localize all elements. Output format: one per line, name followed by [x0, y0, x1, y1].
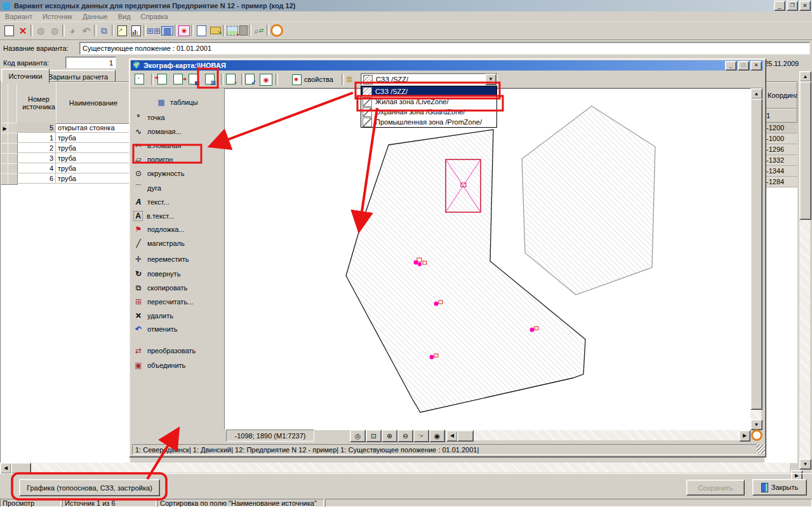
new-button[interactable]	[3, 25, 15, 36]
menu-variant[interactable]: Вариант	[0, 12, 37, 21]
open-folder-icon[interactable]: ↘	[209, 27, 222, 34]
col-header-number[interactable]: Номер источника	[17, 82, 61, 124]
variant-code-input[interactable]: 1	[65, 57, 116, 69]
pan-hand-button[interactable]: ☞	[413, 429, 429, 442]
scroll-thumb[interactable]	[799, 81, 811, 220]
layer-option-guardzone[interactable]: Охранная зона /GuardZone/	[361, 107, 496, 117]
menu-source[interactable]: Источник	[37, 12, 77, 21]
tool-merge[interactable]: ▣ объединить	[133, 359, 221, 372]
table-row[interactable]: 3 труба	[1, 153, 130, 163]
tab-sources[interactable]: Источники	[1, 69, 50, 83]
tool-recalculate[interactable]: ⊞ пересчитать...	[133, 295, 221, 308]
add-picture-icon[interactable]: +	[227, 26, 238, 36]
zoom-in-button[interactable]: ⊕	[382, 429, 397, 442]
table-row[interactable]: ▶ 5 открытая стоянка	[1, 123, 130, 133]
map-close-button[interactable]: ✕	[750, 61, 762, 71]
tool-edit-text[interactable]: A в.текст...	[133, 210, 221, 222]
map-to-table-button[interactable]: ▦	[205, 74, 215, 84]
map-frame-icon[interactable]: ◉	[178, 25, 190, 36]
chart-line-icon[interactable]: ↗	[116, 25, 128, 36]
undo-icon[interactable]: ↶	[80, 26, 93, 36]
refresh-icon[interactable]: ◕	[66, 26, 79, 35]
zoom-search-icon[interactable]: ⌕⇄	[253, 27, 265, 35]
tool-highway[interactable]: ╱ магистраль	[133, 237, 221, 250]
table-row[interactable]: 2 труба	[1, 143, 130, 153]
tool-polygon[interactable]: ▱ полигон	[133, 153, 221, 166]
exit-door-icon[interactable]	[239, 25, 248, 36]
tool-point[interactable]: ° точка	[133, 111, 221, 124]
map-import-button[interactable]: ➔	[157, 74, 167, 84]
close-window-button[interactable]: Закрыть	[752, 479, 807, 496]
copy-icon[interactable]: ⧉	[98, 26, 110, 35]
tool-move[interactable]: ✛ переместить	[133, 253, 221, 266]
scroll-left-button[interactable]: ◀	[0, 463, 11, 474]
layers-icon[interactable]: ≣	[346, 75, 353, 83]
main-hscrollbar[interactable]: ◀	[0, 463, 790, 473]
map-title-bar[interactable]: 🌍 Экограф-карта:\\НОВАЯ _ □ ✕	[131, 60, 763, 71]
record-first-icon[interactable]: ◍	[34, 26, 47, 35]
record-next-icon[interactable]: ◍	[48, 26, 61, 35]
map-check-button[interactable]: ✓	[245, 74, 255, 84]
map-scroll-left[interactable]: ◀	[446, 430, 458, 442]
map-help-ring-button[interactable]	[751, 429, 762, 441]
map-properties-button[interactable]: ◉ свойства	[290, 73, 336, 86]
map-resize-grip[interactable]	[757, 445, 765, 454]
map-target-button[interactable]: ◉	[260, 74, 272, 86]
restore-button[interactable]: ❐	[787, 1, 798, 11]
tool-text[interactable]: A текст...	[133, 196, 221, 208]
map-canvas[interactable]	[224, 88, 752, 430]
map-hscrollbar[interactable]: ◀ ▶	[446, 430, 750, 440]
tool-circle[interactable]: ⊙ окружность	[133, 167, 221, 180]
layer-option-szz[interactable]: СЗЗ /SZZ/	[361, 86, 496, 97]
edit-doc-icon[interactable]: /	[195, 25, 208, 36]
zoom-page-button[interactable]: ◎	[350, 429, 366, 442]
map-restore-button[interactable]: □	[738, 61, 749, 71]
map-vscrollbar[interactable]: ▲ ▼	[750, 88, 761, 429]
layer-combobox[interactable]: СЗЗ /SZZ/ ▼	[361, 73, 498, 86]
variant-name-input[interactable]: Существующее положение : 01.01.2001	[79, 42, 810, 55]
hscroll-thumb[interactable]	[11, 463, 31, 474]
map-scroll-right[interactable]: ▶	[739, 430, 750, 442]
second-zone-polygon[interactable]	[522, 106, 655, 295]
map-export-button[interactable]: ➔	[173, 74, 183, 84]
layer-option-promzone[interactable]: Промышленная зона /PromZone/	[361, 117, 496, 127]
map-scroll-up[interactable]: ▲	[750, 88, 762, 99]
chart-bar-icon[interactable]	[130, 25, 142, 36]
layer-option-livezone[interactable]: Жилая зона /LiveZone/	[361, 97, 496, 107]
scroll-down-button[interactable]: ▼	[799, 459, 811, 470]
close-button[interactable]: ✕	[799, 1, 811, 11]
tool-undo[interactable]: ↶ отменить	[133, 323, 221, 335]
main-vscrollbar[interactable]: ▲ ▼	[799, 71, 810, 469]
table-row[interactable]: 6 труба	[1, 173, 130, 184]
tool-edit-polyline[interactable]: ✂ в.ломаная	[133, 139, 221, 152]
map-vscroll-thumb[interactable]	[750, 98, 762, 410]
map-preview-button[interactable]: ⌕	[226, 74, 236, 84]
zoom-select-button[interactable]: ◉	[429, 429, 445, 442]
menu-data[interactable]: Данные	[77, 12, 113, 21]
help-ring-icon[interactable]	[270, 24, 283, 37]
tool-rotate[interactable]: ↻ повернуть	[133, 267, 221, 280]
save-button[interactable]: Сохранить	[686, 480, 745, 496]
map-minimize-button[interactable]: _	[725, 61, 736, 71]
table-row[interactable]: 4 труба	[1, 163, 130, 173]
minimize-button[interactable]: _	[774, 1, 785, 11]
zoom-out-button[interactable]: ⊖	[397, 429, 413, 442]
map-new-button[interactable]: ◔	[135, 74, 144, 84]
tool-polyline[interactable]: ∿ ломаная...	[133, 125, 221, 138]
table-row[interactable]: 1 труба	[1, 133, 130, 143]
map-save-button[interactable]	[189, 74, 198, 84]
tool-transform[interactable]: ⇄ преобразовать	[133, 344, 221, 357]
menu-help[interactable]: Справка	[136, 12, 173, 21]
map-hscroll-thumb[interactable]	[457, 430, 474, 442]
coords-header[interactable]: Координа	[764, 82, 797, 109]
tool-arc[interactable]: ⌒ дуга	[133, 182, 221, 194]
building-rect[interactable]	[446, 159, 481, 212]
tool-underlay[interactable]: ⚑ подложка...	[133, 223, 221, 236]
menu-view[interactable]: Вид	[113, 12, 136, 21]
combo-dropdown-button[interactable]: ▼	[485, 74, 496, 85]
grid-icon[interactable]: ⊞⊞	[147, 27, 160, 35]
graphics-button[interactable]: Графика (топооснова, СЗЗ, застройка)	[19, 479, 160, 496]
tool-copy[interactable]: ⧉ скопировать	[133, 281, 221, 294]
zoom-rect-button[interactable]: ⊡	[366, 429, 382, 442]
col-header-name[interactable]: Наименование	[56, 82, 130, 124]
